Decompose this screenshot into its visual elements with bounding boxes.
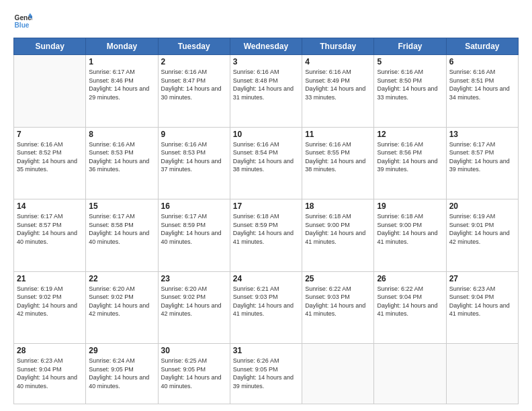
cell-info: Sunrise: 6:22 AMSunset: 9:04 PMDaylight:… bbox=[377, 285, 443, 318]
day-number: 14 bbox=[17, 201, 83, 211]
weekday-header-row: SundayMondayTuesdayWednesdayThursdayFrid… bbox=[14, 38, 519, 55]
cell-info: Sunrise: 6:16 AMSunset: 8:53 PMDaylight:… bbox=[89, 140, 154, 174]
cell-info: Sunrise: 6:17 AMSunset: 8:59 PMDaylight:… bbox=[161, 212, 227, 246]
cell-info: Sunrise: 6:17 AMSunset: 8:57 PMDaylight:… bbox=[17, 212, 83, 246]
day-number: 4 bbox=[305, 57, 371, 66]
cell-info: Sunrise: 6:24 AMSunset: 9:05 PMDaylight:… bbox=[89, 357, 154, 390]
day-number: 13 bbox=[449, 130, 515, 139]
cell-info: Sunrise: 6:19 AMSunset: 9:01 PMDaylight:… bbox=[449, 212, 515, 246]
cell-info: Sunrise: 6:16 AMSunset: 8:50 PMDaylight:… bbox=[377, 68, 443, 101]
cell-info: Sunrise: 6:18 AMSunset: 9:00 PMDaylight:… bbox=[377, 212, 443, 246]
day-number: 16 bbox=[161, 201, 227, 211]
calendar-table: SundayMondayTuesdayWednesdayThursdayFrid… bbox=[13, 38, 519, 404]
week-row-1: 1Sunrise: 6:17 AMSunset: 8:46 PMDaylight… bbox=[14, 55, 519, 128]
calendar-cell: 4Sunrise: 6:16 AMSunset: 8:49 PMDaylight… bbox=[302, 55, 374, 128]
weekday-header-monday: Monday bbox=[86, 38, 158, 55]
cell-info: Sunrise: 6:26 AMSunset: 9:05 PMDaylight:… bbox=[233, 357, 299, 390]
weekday-header-friday: Friday bbox=[374, 38, 446, 55]
day-number: 19 bbox=[377, 201, 443, 211]
day-number: 18 bbox=[305, 201, 371, 211]
calendar-cell: 3Sunrise: 6:16 AMSunset: 8:48 PMDaylight… bbox=[230, 55, 302, 128]
day-number: 6 bbox=[449, 57, 515, 66]
day-number: 27 bbox=[449, 274, 515, 283]
logo-icon: General Blue bbox=[13, 12, 32, 31]
calendar-cell: 22Sunrise: 6:20 AMSunset: 9:02 PMDayligh… bbox=[86, 271, 158, 344]
calendar-cell: 23Sunrise: 6:20 AMSunset: 9:02 PMDayligh… bbox=[158, 271, 230, 344]
calendar-cell bbox=[302, 344, 374, 404]
day-number: 26 bbox=[377, 274, 443, 283]
day-number: 21 bbox=[17, 274, 83, 283]
cell-info: Sunrise: 6:20 AMSunset: 9:02 PMDaylight:… bbox=[89, 285, 154, 318]
day-number: 11 bbox=[305, 130, 371, 139]
cell-info: Sunrise: 6:19 AMSunset: 9:02 PMDaylight:… bbox=[17, 285, 83, 318]
day-number: 12 bbox=[377, 130, 443, 139]
day-number: 7 bbox=[17, 130, 83, 139]
calendar-cell: 26Sunrise: 6:22 AMSunset: 9:04 PMDayligh… bbox=[374, 271, 446, 344]
calendar-cell: 21Sunrise: 6:19 AMSunset: 9:02 PMDayligh… bbox=[14, 271, 86, 344]
calendar-cell: 30Sunrise: 6:25 AMSunset: 9:05 PMDayligh… bbox=[158, 344, 230, 404]
cell-info: Sunrise: 6:21 AMSunset: 9:03 PMDaylight:… bbox=[233, 285, 299, 318]
calendar-cell: 13Sunrise: 6:17 AMSunset: 8:57 PMDayligh… bbox=[446, 127, 518, 199]
day-number: 1 bbox=[89, 57, 154, 66]
cell-info: Sunrise: 6:16 AMSunset: 8:47 PMDaylight:… bbox=[161, 68, 227, 101]
day-number: 24 bbox=[233, 274, 299, 283]
week-row-5: 28Sunrise: 6:23 AMSunset: 9:04 PMDayligh… bbox=[14, 344, 519, 404]
calendar-cell: 12Sunrise: 6:16 AMSunset: 8:56 PMDayligh… bbox=[374, 127, 446, 199]
calendar-cell: 25Sunrise: 6:22 AMSunset: 9:03 PMDayligh… bbox=[302, 271, 374, 344]
day-number: 3 bbox=[233, 57, 299, 66]
calendar-cell: 5Sunrise: 6:16 AMSunset: 8:50 PMDaylight… bbox=[374, 55, 446, 128]
day-number: 9 bbox=[161, 130, 227, 139]
week-row-2: 7Sunrise: 6:16 AMSunset: 8:52 PMDaylight… bbox=[14, 127, 519, 199]
cell-info: Sunrise: 6:16 AMSunset: 8:54 PMDaylight:… bbox=[233, 140, 299, 174]
calendar-cell: 17Sunrise: 6:18 AMSunset: 8:59 PMDayligh… bbox=[230, 199, 302, 272]
calendar-cell: 18Sunrise: 6:18 AMSunset: 9:00 PMDayligh… bbox=[302, 199, 374, 272]
day-number: 22 bbox=[89, 274, 154, 283]
calendar-cell: 14Sunrise: 6:17 AMSunset: 8:57 PMDayligh… bbox=[14, 199, 86, 272]
day-number: 30 bbox=[161, 346, 227, 355]
cell-info: Sunrise: 6:25 AMSunset: 9:05 PMDaylight:… bbox=[161, 357, 227, 390]
calendar-cell: 2Sunrise: 6:16 AMSunset: 8:47 PMDaylight… bbox=[158, 55, 230, 128]
calendar-cell bbox=[374, 344, 446, 404]
weekday-header-tuesday: Tuesday bbox=[158, 38, 230, 55]
cell-info: Sunrise: 6:16 AMSunset: 8:49 PMDaylight:… bbox=[305, 68, 371, 101]
cell-info: Sunrise: 6:16 AMSunset: 8:51 PMDaylight:… bbox=[449, 68, 515, 101]
day-number: 15 bbox=[89, 201, 154, 211]
calendar-cell: 11Sunrise: 6:16 AMSunset: 8:55 PMDayligh… bbox=[302, 127, 374, 199]
day-number: 23 bbox=[161, 274, 227, 283]
cell-info: Sunrise: 6:23 AMSunset: 9:04 PMDaylight:… bbox=[449, 285, 515, 318]
weekday-header-saturday: Saturday bbox=[446, 38, 518, 55]
day-number: 10 bbox=[233, 130, 299, 139]
day-number: 31 bbox=[233, 346, 299, 355]
calendar-cell: 19Sunrise: 6:18 AMSunset: 9:00 PMDayligh… bbox=[374, 199, 446, 272]
cell-info: Sunrise: 6:16 AMSunset: 8:56 PMDaylight:… bbox=[377, 140, 443, 174]
calendar-cell: 6Sunrise: 6:16 AMSunset: 8:51 PMDaylight… bbox=[446, 55, 518, 128]
day-number: 17 bbox=[233, 201, 299, 211]
calendar-cell: 20Sunrise: 6:19 AMSunset: 9:01 PMDayligh… bbox=[446, 199, 518, 272]
cell-info: Sunrise: 6:22 AMSunset: 9:03 PMDaylight:… bbox=[305, 285, 371, 318]
calendar-cell: 28Sunrise: 6:23 AMSunset: 9:04 PMDayligh… bbox=[14, 344, 86, 404]
calendar-cell: 15Sunrise: 6:17 AMSunset: 8:58 PMDayligh… bbox=[86, 199, 158, 272]
weekday-header-sunday: Sunday bbox=[14, 38, 86, 55]
day-number: 29 bbox=[89, 346, 154, 355]
logo: General Blue bbox=[13, 12, 32, 31]
calendar-cell: 24Sunrise: 6:21 AMSunset: 9:03 PMDayligh… bbox=[230, 271, 302, 344]
header: General Blue bbox=[13, 12, 519, 31]
weekday-header-thursday: Thursday bbox=[302, 38, 374, 55]
calendar-cell: 9Sunrise: 6:16 AMSunset: 8:53 PMDaylight… bbox=[158, 127, 230, 199]
cell-info: Sunrise: 6:18 AMSunset: 9:00 PMDaylight:… bbox=[305, 212, 371, 246]
calendar-cell: 7Sunrise: 6:16 AMSunset: 8:52 PMDaylight… bbox=[14, 127, 86, 199]
calendar-cell: 31Sunrise: 6:26 AMSunset: 9:05 PMDayligh… bbox=[230, 344, 302, 404]
calendar-cell: 16Sunrise: 6:17 AMSunset: 8:59 PMDayligh… bbox=[158, 199, 230, 272]
calendar-cell bbox=[14, 55, 86, 128]
day-number: 8 bbox=[89, 130, 154, 139]
calendar-cell: 27Sunrise: 6:23 AMSunset: 9:04 PMDayligh… bbox=[446, 271, 518, 344]
svg-text:Blue: Blue bbox=[15, 21, 30, 29]
page: General Blue SundayMondayTuesdayWednesda… bbox=[0, 0, 532, 411]
calendar-cell: 1Sunrise: 6:17 AMSunset: 8:46 PMDaylight… bbox=[86, 55, 158, 128]
cell-info: Sunrise: 6:18 AMSunset: 8:59 PMDaylight:… bbox=[233, 212, 299, 246]
weekday-header-wednesday: Wednesday bbox=[230, 38, 302, 55]
week-row-3: 14Sunrise: 6:17 AMSunset: 8:57 PMDayligh… bbox=[14, 199, 519, 272]
cell-info: Sunrise: 6:16 AMSunset: 8:55 PMDaylight:… bbox=[305, 140, 371, 174]
week-row-4: 21Sunrise: 6:19 AMSunset: 9:02 PMDayligh… bbox=[14, 271, 519, 344]
cell-info: Sunrise: 6:16 AMSunset: 8:52 PMDaylight:… bbox=[17, 140, 83, 174]
